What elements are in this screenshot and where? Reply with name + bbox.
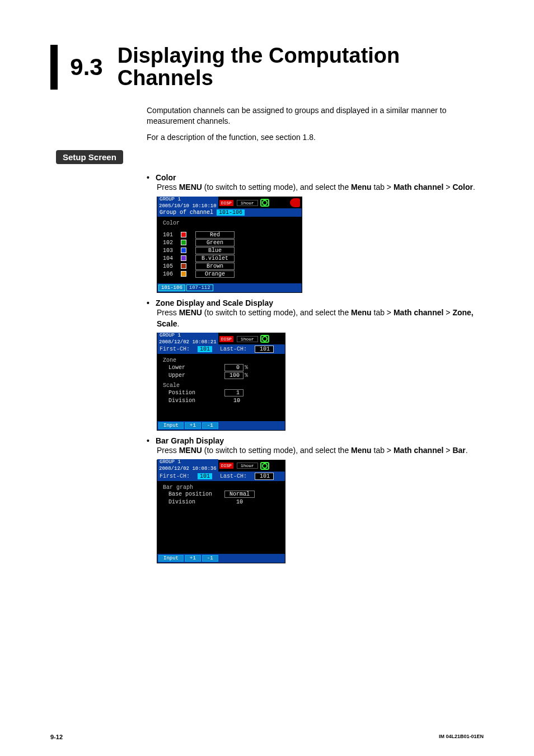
hour-badge: 1hour <box>237 463 258 469</box>
shot-tabs: 101-106 107-112 <box>157 283 302 292</box>
color-value[interactable]: Blue <box>195 247 235 254</box>
shot-datetime: 2008/12/02 10:08:21 <box>157 339 218 346</box>
item-zone-text: Press MENU (to switch to setting mode), … <box>157 307 484 329</box>
section-title: 9.3 Displaying the Computation Channels <box>50 45 484 90</box>
division-label: Division <box>163 499 224 505</box>
item-zone-scale: • Zone Display and Scale Display Press M… <box>147 298 484 431</box>
percent-unit: % <box>245 365 248 371</box>
division-label: Division <box>163 398 224 404</box>
disp-badge: DISP <box>219 200 233 206</box>
division-value[interactable]: 10 <box>224 499 255 505</box>
position-label: Position <box>163 390 224 396</box>
color-heading: Color <box>163 220 298 226</box>
camera-icon <box>260 199 269 207</box>
title-text: Displaying the Computation Channels <box>118 45 484 90</box>
plus1-button[interactable]: +1 <box>185 422 201 429</box>
color-row: 102Green <box>163 239 298 246</box>
lower-label: Lower <box>163 365 224 371</box>
swatch-icon <box>181 271 186 277</box>
hour-badge: 1hour <box>237 336 258 342</box>
tab-range[interactable]: 101-106 <box>158 284 185 291</box>
last-ch-value[interactable]: 101 <box>255 473 274 480</box>
last-ch-value[interactable]: 101 <box>255 346 274 353</box>
input-button[interactable]: Input <box>158 422 184 429</box>
first-ch-label: First-CH: <box>160 473 190 479</box>
position-value[interactable]: 1 <box>224 389 243 396</box>
color-row: 104B.violet <box>163 254 298 262</box>
doc-id: IM 04L21B01-01EN <box>439 734 484 740</box>
title-accent-bar <box>50 45 58 90</box>
first-ch-value[interactable]: 101 <box>198 473 212 479</box>
group-of-channel-value[interactable]: 101-106 <box>217 209 245 216</box>
division-value[interactable]: 10 <box>224 398 243 404</box>
color-value[interactable]: Brown <box>195 263 235 270</box>
color-value[interactable]: B.violet <box>195 255 235 262</box>
last-ch-label: Last-CH: <box>220 473 247 479</box>
intro-paragraph-2: For a description of the function, see s… <box>147 132 484 143</box>
intro-paragraph-1: Computation channels can be assigned to … <box>147 105 484 127</box>
color-row: 105Brown <box>163 262 298 270</box>
first-ch-label: First-CH: <box>160 346 190 352</box>
item-color-heading: Color <box>156 173 176 182</box>
disp-badge: DISP <box>219 336 233 342</box>
color-value[interactable]: Green <box>195 239 235 246</box>
camera-icon <box>260 335 269 343</box>
percent-unit: % <box>245 372 248 379</box>
page-number: 9-12 <box>50 734 63 740</box>
minus1-button[interactable]: -1 <box>202 555 218 562</box>
item-bar-heading: Bar Graph Display <box>156 436 224 445</box>
shot-group-label: GROUP 1 <box>157 197 218 203</box>
shot-footer-buttons: Input +1 -1 <box>157 421 285 430</box>
minus1-button[interactable]: -1 <box>202 422 218 429</box>
last-ch-label: Last-CH: <box>220 346 247 352</box>
shot-subbar: First-CH: 101 Last-CH: 101 <box>157 344 285 354</box>
shot-group-label: GROUP 1 <box>157 459 218 465</box>
base-position-value[interactable]: Normal <box>224 491 255 498</box>
shot-subbar: Group of channel 101-106 <box>157 208 302 217</box>
swatch-icon <box>181 255 186 261</box>
swatch-icon <box>181 248 186 253</box>
setup-screen-pill: Setup Screen <box>56 150 123 164</box>
color-value[interactable]: Orange <box>195 270 235 278</box>
swatch-icon <box>181 263 186 269</box>
tab-range[interactable]: 107-112 <box>186 284 213 291</box>
color-row: 106Orange <box>163 270 298 278</box>
swatch-icon <box>181 232 186 237</box>
bullet-icon: • <box>147 298 153 307</box>
swatch-icon <box>181 240 186 245</box>
screenshot-zone-scale: GROUP 1 2008/12/02 10:08:21 DISP 1hour F… <box>157 333 285 431</box>
item-zone-heading: Zone Display and Scale Display <box>156 298 273 307</box>
lower-value[interactable]: 0 <box>224 364 243 371</box>
base-position-label: Base position <box>163 491 224 497</box>
first-ch-value[interactable]: 101 <box>198 346 212 352</box>
title-number: 9.3 <box>70 55 102 79</box>
speaker-icon <box>290 198 300 207</box>
group-of-channel-label: Group of channel <box>160 209 213 216</box>
shot-subbar: First-CH: 101 Last-CH: 101 <box>157 472 285 481</box>
item-color-text: Press MENU (to switch to setting mode), … <box>157 182 484 193</box>
item-bar-text: Press MENU (to switch to setting mode), … <box>157 445 484 456</box>
screenshot-bar-graph: GROUP 1 2008/12/02 10:08:36 DISP 1hour F… <box>157 460 285 563</box>
shot-datetime: 2008/12/02 10:08:36 <box>157 465 218 472</box>
upper-value[interactable]: 100 <box>224 372 243 379</box>
zone-heading: Zone <box>163 357 282 363</box>
page-footer: 9-12 IM 04L21B01-01EN <box>50 734 484 740</box>
scale-heading: Scale <box>163 382 282 389</box>
shot-datetime: 2005/10/10 10:10:10 <box>157 203 218 209</box>
item-color: • Color Press MENU (to switch to setting… <box>147 173 484 293</box>
camera-icon <box>260 462 269 470</box>
color-value[interactable]: Red <box>195 231 235 239</box>
bullet-icon: • <box>147 173 153 182</box>
upper-label: Upper <box>163 372 224 379</box>
color-row: 101Red <box>163 231 298 239</box>
bullet-icon: • <box>147 436 153 445</box>
shot-footer-buttons: Input +1 -1 <box>157 554 285 563</box>
color-row: 103Blue <box>163 246 298 254</box>
plus1-button[interactable]: +1 <box>185 555 201 562</box>
hour-badge: 1hour <box>237 200 258 206</box>
disp-badge: DISP <box>219 463 233 469</box>
item-bar-graph: • Bar Graph Display Press MENU (to switc… <box>147 436 484 563</box>
input-button[interactable]: Input <box>158 555 184 562</box>
screenshot-color: GROUP 1 2005/10/10 10:10:10 DISP 1hour G… <box>157 197 302 293</box>
bargraph-heading: Bar graph <box>163 484 282 491</box>
